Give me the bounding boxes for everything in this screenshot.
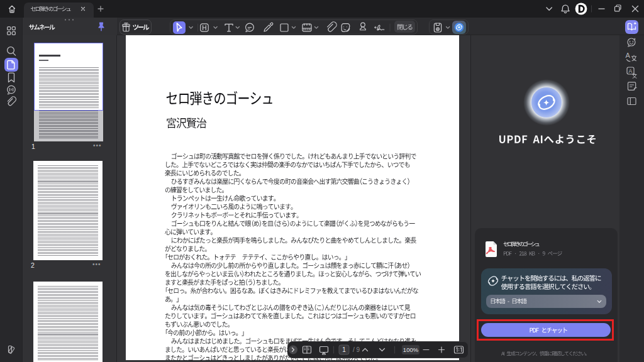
svg-text:1: 1 xyxy=(342,346,346,353)
svg-text:A: A xyxy=(626,52,631,59)
svg-text:100%: 100% xyxy=(403,346,419,353)
svg-text:A: A xyxy=(629,68,633,74)
svg-text:/ 9: / 9 xyxy=(353,346,360,353)
